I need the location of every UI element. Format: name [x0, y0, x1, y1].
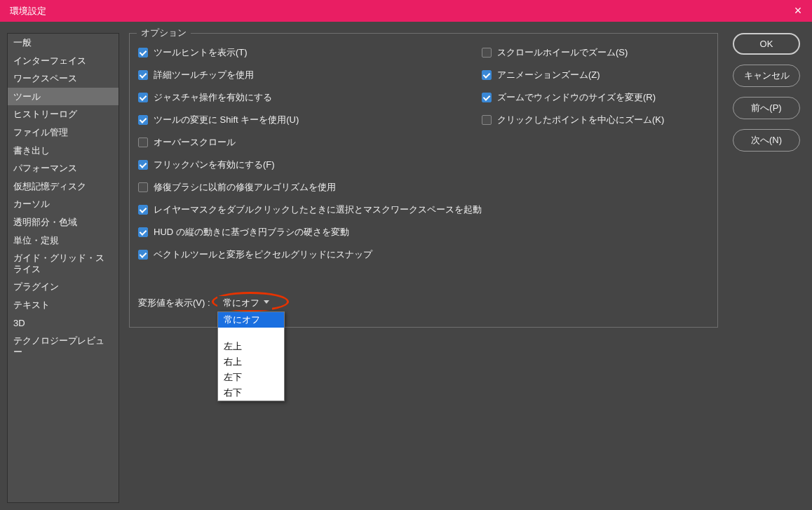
- dropdown-item[interactable]: 常にオフ: [218, 312, 284, 328]
- checkbox-row: フリックパンを有効にする(F): [138, 159, 482, 171]
- category-sidebar: 一般インターフェイスワークスペースツールヒストリーログファイル管理書き出しパフォ…: [7, 33, 119, 503]
- checkbox[interactable]: [138, 205, 148, 215]
- checkbox-label: ツールヒントを表示(T): [154, 46, 248, 59]
- dialog-body: 一般インターフェイスワークスペースツールヒストリーログファイル管理書き出しパフォ…: [0, 22, 812, 510]
- dialog-buttons: OK キャンセル 前へ(P) 次へ(N): [728, 33, 805, 503]
- checkbox-row: ジャスチャ操作を有効にする: [138, 91, 482, 104]
- checkbox-row: HUD の縦の動きに基づき円ブラシの硬さを変動: [138, 226, 482, 239]
- checkbox[interactable]: [138, 93, 148, 102]
- checkbox-label: ツールの変更に Shift キーを使用(U): [154, 114, 299, 126]
- checkbox-label: フリックパンを有効にする(F): [154, 159, 275, 171]
- options-col-right: スクロールホイールでズーム(S)アニメーションズーム(Z)ズームでウィンドウのサ…: [482, 46, 706, 271]
- transform-label: 変形値を表示(V) :: [138, 297, 210, 309]
- checkbox[interactable]: [138, 227, 148, 237]
- sidebar-item[interactable]: ガイド・グリッド・スライス: [8, 249, 119, 278]
- options-fieldset: オプション ツールヒントを表示(T)詳細ツールチップを使用ジャスチャ操作を有効に…: [129, 33, 718, 328]
- checkbox-label: アニメーションズーム(Z): [497, 69, 600, 81]
- prev-button[interactable]: 前へ(P): [733, 97, 800, 119]
- titlebar: 環境設定 ×: [0, 0, 812, 22]
- main-panel: オプション ツールヒントを表示(T)詳細ツールチップを使用ジャスチャ操作を有効に…: [129, 33, 728, 503]
- checkbox-row: ベクトルツールと変形をピクセルグリッドにスナップ: [138, 248, 482, 261]
- next-button-label: 次へ(N): [751, 135, 782, 145]
- transform-values-row: 変形値を表示(V) : 常にオフ 常にオフ左上右上左下右下: [138, 296, 709, 310]
- transform-select-wrap: 常にオフ 常にオフ左上右上左下右下: [217, 296, 272, 310]
- checkbox[interactable]: [482, 48, 492, 58]
- close-icon[interactable]: ×: [791, 4, 805, 18]
- dropdown-item: [218, 328, 284, 339]
- checkbox-row: ズームでウィンドウのサイズを変更(R): [482, 91, 706, 104]
- checkbox-row: クリックしたポイントを中心にズーム(K): [482, 114, 706, 126]
- checkbox-row: オーバースクロール: [138, 136, 482, 149]
- checkbox[interactable]: [138, 250, 148, 260]
- sidebar-item[interactable]: ツール: [8, 88, 119, 106]
- checkbox-row: レイヤーマスクをダブルクリックしたときに選択とマスクワークスペースを起動: [138, 203, 482, 216]
- options-col-left: ツールヒントを表示(T)詳細ツールチップを使用ジャスチャ操作を有効にするツールの…: [138, 46, 482, 271]
- sidebar-item[interactable]: プラグイン: [8, 278, 119, 296]
- checkbox-row: 修復ブラシに以前の修復アルゴリズムを使用: [138, 181, 482, 194]
- fieldset-legend: オプション: [137, 27, 191, 39]
- checkbox[interactable]: [138, 137, 148, 147]
- chevron-down-icon: [264, 300, 269, 304]
- checkbox-label: オーバースクロール: [154, 136, 236, 149]
- sidebar-item[interactable]: 透明部分・色域: [8, 213, 119, 231]
- checkbox-label: 詳細ツールチップを使用: [154, 69, 254, 81]
- sidebar-item[interactable]: 仮想記憶ディスク: [8, 177, 119, 196]
- sidebar-item[interactable]: ワークスペース: [8, 69, 119, 88]
- checkbox-label: ジャスチャ操作を有効にする: [154, 91, 272, 104]
- checkbox[interactable]: [482, 70, 492, 80]
- sidebar-item[interactable]: テキスト: [8, 296, 119, 314]
- transform-select[interactable]: 常にオフ: [217, 296, 272, 310]
- transform-select-value: 常にオフ: [223, 297, 259, 309]
- sidebar-item[interactable]: インターフェイス: [8, 52, 119, 70]
- checkbox-label: クリックしたポイントを中心にズーム(K): [497, 114, 664, 126]
- checkbox[interactable]: [138, 115, 148, 125]
- checkbox-label: 修復ブラシに以前の修復アルゴリズムを使用: [154, 181, 336, 194]
- sidebar-item[interactable]: カーソル: [8, 195, 119, 213]
- sidebar-item[interactable]: 一般: [8, 34, 119, 52]
- checkbox[interactable]: [482, 93, 492, 102]
- checkbox-label: ベクトルツールと変形をピクセルグリッドにスナップ: [154, 248, 372, 261]
- checkbox[interactable]: [482, 115, 492, 125]
- sidebar-item[interactable]: 単位・定規: [8, 231, 119, 250]
- sidebar-item[interactable]: 3D: [8, 314, 119, 333]
- dialog-title: 環境設定: [10, 5, 46, 18]
- checkbox[interactable]: [138, 48, 148, 58]
- checkbox[interactable]: [138, 160, 148, 170]
- ok-button[interactable]: OK: [733, 33, 800, 55]
- prev-button-label: 前へ(P): [751, 102, 781, 113]
- checkbox[interactable]: [138, 182, 148, 192]
- checkbox-row: スクロールホイールでズーム(S): [482, 46, 706, 59]
- ok-button-label: OK: [760, 39, 773, 49]
- sidebar-item[interactable]: テクノロジープレビュー: [8, 332, 119, 361]
- checkbox[interactable]: [138, 70, 148, 80]
- cancel-button-label: キャンセル: [744, 70, 790, 81]
- sidebar-item[interactable]: ヒストリーログ: [8, 105, 119, 123]
- checkbox-row: 詳細ツールチップを使用: [138, 69, 482, 81]
- checkbox-label: HUD の縦の動きに基づき円ブラシの硬さを変動: [154, 226, 349, 239]
- dropdown-item[interactable]: 右下: [218, 385, 284, 401]
- transform-dropdown: 常にオフ左上右上左下右下: [217, 311, 285, 401]
- sidebar-item[interactable]: ファイル管理: [8, 123, 119, 142]
- dropdown-item[interactable]: 左下: [218, 370, 284, 385]
- sidebar-item[interactable]: 書き出し: [8, 142, 119, 160]
- checkbox-row: ツールヒントを表示(T): [138, 46, 482, 59]
- checkbox-row: ツールの変更に Shift キーを使用(U): [138, 114, 482, 126]
- checkbox-row: アニメーションズーム(Z): [482, 69, 706, 81]
- options-columns: ツールヒントを表示(T)詳細ツールチップを使用ジャスチャ操作を有効にするツールの…: [138, 46, 709, 271]
- next-button[interactable]: 次へ(N): [733, 129, 800, 152]
- dropdown-item[interactable]: 右上: [218, 354, 284, 370]
- sidebar-item[interactable]: パフォーマンス: [8, 159, 119, 177]
- dropdown-item[interactable]: 左上: [218, 339, 284, 354]
- checkbox-label: スクロールホイールでズーム(S): [497, 46, 628, 59]
- checkbox-label: レイヤーマスクをダブルクリックしたときに選択とマスクワークスペースを起動: [154, 203, 482, 216]
- checkbox-label: ズームでウィンドウのサイズを変更(R): [497, 91, 656, 104]
- cancel-button[interactable]: キャンセル: [733, 65, 800, 87]
- preferences-dialog: 環境設定 × 一般インターフェイスワークスペースツールヒストリーログファイル管理…: [0, 0, 812, 510]
